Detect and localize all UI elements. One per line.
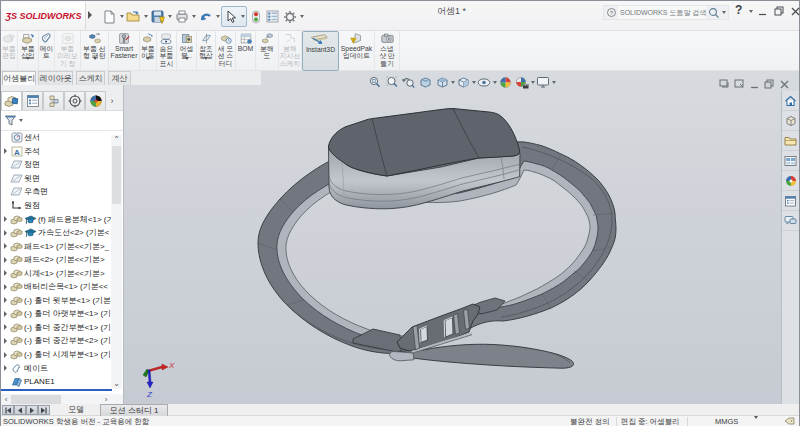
- tree-item[interactable]: (-) 홀더 아랫부분<1> (기: [1, 307, 112, 321]
- tree-horizontal-scrollbar[interactable]: ‹ ›: [1, 394, 123, 404]
- undo-dropdown-icon[interactable]: [214, 7, 221, 26]
- tree-item[interactable]: 우측면: [1, 185, 112, 199]
- taskpane-view-palette-icon[interactable]: [782, 151, 799, 171]
- doc-close-button[interactable]: [777, 78, 792, 90]
- taskpane-design-library-icon[interactable]: [782, 111, 799, 131]
- tree-item[interactable]: 배터리손목<1> (기본<<: [1, 280, 112, 294]
- zoom-area-icon[interactable]: [384, 75, 398, 89]
- open-folder-icon[interactable]: [125, 7, 142, 26]
- tree-item[interactable]: (-) 홀더 시계부분<1> (기: [1, 348, 112, 362]
- undo-icon[interactable]: [197, 7, 214, 26]
- ribbon-button-smart-fastener[interactable]: Smart Fastener: [109, 31, 140, 71]
- tree-item[interactable]: (-) 홀더 중간부분<1> (기: [1, 321, 112, 335]
- ribbon-button-mate-paperclip[interactable]: 메이 트: [39, 31, 55, 71]
- ribbon-dropdown-icon[interactable]: [146, 60, 150, 69]
- ribbon-button-speedpak[interactable]: !SpeedPak 업데이트: [339, 31, 375, 71]
- minimize-button[interactable]: [755, 4, 769, 18]
- motion-nav-first-icon[interactable]: [2, 405, 14, 415]
- ribbon-dropdown-icon[interactable]: [26, 60, 30, 69]
- ribbon-dropdown-icon[interactable]: [204, 60, 208, 69]
- new-document-icon[interactable]: [101, 7, 118, 26]
- taskpane-custom-properties-icon[interactable]: [782, 191, 799, 211]
- expand-arrow-icon[interactable]: [1, 230, 10, 236]
- taskpane-home-icon[interactable]: [782, 91, 799, 111]
- display-pane-icon[interactable]: [264, 7, 281, 26]
- expand-arrow-icon[interactable]: [1, 324, 10, 330]
- filter-dropdown-icon[interactable]: [19, 119, 23, 122]
- print-dropdown-icon[interactable]: [190, 7, 197, 26]
- tree-item[interactable]: 원점: [1, 199, 112, 213]
- help-dropdown-icon[interactable]: [749, 10, 753, 13]
- tree-item[interactable]: 패드<1> (기본<<기본>_: [1, 239, 112, 253]
- tree-item[interactable]: 센서: [1, 131, 112, 145]
- ribbon-button-move-component[interactable]: 부품 이동: [140, 31, 157, 71]
- doc-tile-button[interactable]: [732, 78, 747, 90]
- help-search-box[interactable]: ? SOLIDWORKS 도움말 검색: [603, 5, 729, 20]
- ribbon-button-reference-geometry[interactable]: 참조 형상: [197, 31, 216, 71]
- rollback-bar[interactable]: [1, 389, 112, 391]
- ribbon-button-instant3d[interactable]: Instant3D: [302, 31, 339, 71]
- hide-show-items-icon[interactable]: [477, 75, 491, 89]
- options-gear-dropdown-icon[interactable]: [298, 7, 305, 26]
- ribbon-tab-assembly[interactable]: 어셈블리: [2, 71, 36, 85]
- expand-arrow-icon[interactable]: [1, 216, 10, 222]
- restore-button[interactable]: [772, 4, 786, 18]
- taskpane-appearances-icon[interactable]: [782, 171, 799, 191]
- tree-item[interactable]: (f) 패드용본체<1> (기: [1, 212, 112, 226]
- expand-arrow-icon[interactable]: [1, 243, 10, 249]
- tree-item[interactable]: 윗면: [1, 172, 112, 186]
- panel-tab-dimxpertmanager[interactable]: [64, 91, 85, 110]
- apply-scene-icon[interactable]: [515, 75, 529, 89]
- expand-arrow-icon[interactable]: [1, 311, 10, 317]
- display-style-icon[interactable]: [456, 75, 470, 89]
- save-dropdown-icon[interactable]: [166, 7, 173, 26]
- tree-item[interactable]: 시계<1> (기본<<기본>: [1, 266, 112, 280]
- expand-arrow-icon[interactable]: [1, 257, 10, 263]
- ribbon-button-exploded-view[interactable]: 분해 도: [256, 31, 279, 71]
- ribbon-button-linear-pattern[interactable]: 부품 선 형 패턴: [81, 31, 109, 71]
- doc-minimize-button[interactable]: [747, 78, 762, 90]
- ribbon-tab-evaluate[interactable]: 계산: [108, 71, 131, 85]
- tree-vertical-scrollbar[interactable]: ⌃ ⌄: [111, 135, 122, 389]
- select-cursor-dropdown-icon[interactable]: [239, 7, 246, 26]
- ribbon-tab-sketch[interactable]: 스케치: [76, 71, 105, 85]
- tree-item[interactable]: A주석: [1, 145, 112, 159]
- tree-item[interactable]: (-) 홀더 윗부분<1> (기본: [1, 294, 112, 308]
- panel-tab-featuremanager-tree[interactable]: [1, 91, 22, 110]
- motion-nav-prev-icon[interactable]: [14, 405, 26, 415]
- expand-arrow-icon[interactable]: [1, 284, 10, 290]
- bottom-tab-motion-study[interactable]: 모션 스터디 1: [100, 404, 168, 416]
- help-button[interactable]: ?: [735, 3, 742, 17]
- view-orientation-icon[interactable]: [435, 75, 449, 89]
- tree-item[interactable]: PLANE1: [1, 375, 112, 389]
- doc-cascade-button[interactable]: [717, 78, 732, 90]
- motion-nav-next-icon[interactable]: [26, 405, 38, 415]
- scroll-down-icon[interactable]: ⌄: [111, 379, 122, 389]
- units-dropdown-icon[interactable]: [754, 419, 758, 426]
- units-selector[interactable]: MMGS: [715, 417, 738, 426]
- panel-tab-propertymanager[interactable]: [22, 91, 43, 110]
- edit-appearance-icon[interactable]: [498, 75, 512, 89]
- tree-item[interactable]: (-) 홀더 중간부분<2> (기: [1, 334, 112, 348]
- expand-arrow-icon[interactable]: [1, 297, 10, 303]
- ribbon-button-insert-component[interactable]: 부품 삽입: [18, 31, 39, 71]
- expand-arrow-icon[interactable]: [1, 338, 10, 344]
- previous-view-icon[interactable]: [401, 75, 415, 89]
- print-icon[interactable]: [173, 7, 190, 26]
- tree-item[interactable]: 메이트: [1, 361, 112, 375]
- ribbon-button-snapshot-camera[interactable]: 스냅 샷 만 들기: [375, 31, 400, 71]
- expand-arrow-icon[interactable]: [1, 148, 10, 154]
- new-document-dropdown-icon[interactable]: [118, 7, 125, 26]
- tree-item[interactable]: 패드<2> (기본<<기본>: [1, 253, 112, 267]
- open-folder-dropdown-icon[interactable]: [142, 7, 149, 26]
- ribbon-button-assembly-features[interactable]: 어셈 블..: [177, 31, 197, 71]
- filter-funnel-icon[interactable]: [4, 114, 17, 127]
- scroll-up-icon[interactable]: ⌃: [111, 135, 122, 145]
- solidworks-logo[interactable]: ƷS SOLIDWORKS: [2, 2, 86, 30]
- options-gear-icon[interactable]: [281, 7, 298, 26]
- panel-tab-overflow-icon[interactable]: ›: [106, 91, 118, 110]
- menu-expand-arrow-icon[interactable]: [88, 11, 92, 19]
- tag-icon[interactable]: [784, 417, 795, 426]
- expand-arrow-icon[interactable]: [1, 365, 10, 371]
- save-icon[interactable]: [149, 7, 166, 26]
